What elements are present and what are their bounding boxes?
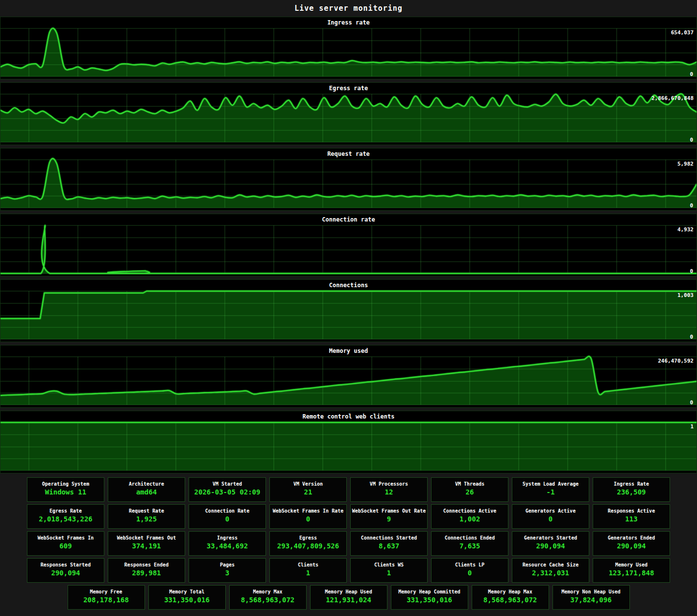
stat-label: Egress <box>270 535 346 541</box>
stat-label: Responses Ended <box>108 562 185 567</box>
stat-tile-vm-threads: VM Threads26 <box>431 477 508 502</box>
stat-label: Clients WS <box>351 562 427 567</box>
stat-value: 293,407,809,526 <box>270 542 346 550</box>
stat-value: 12 <box>351 488 427 496</box>
stat-value: 2026-03-05 02:09 <box>189 488 265 496</box>
chart-panel-request-rate: Request rate5,9820 <box>0 148 697 211</box>
stat-value: 8,637 <box>351 542 427 550</box>
chart-title: Ingress rate <box>0 19 697 26</box>
stat-label: Memory Free <box>68 589 144 594</box>
chart-title: Request rate <box>0 150 697 157</box>
stat-tile-websocket-frames-out: WebSocket Frames Out374,191 <box>108 531 185 556</box>
chart-title: Memory used <box>0 347 697 354</box>
stat-tile-generators-active: Generators Active0 <box>512 504 589 529</box>
stat-tile-websocket-frames-out-rate: WebSocket Frames Out Rate9 <box>350 504 428 529</box>
stat-label: Responses Active <box>593 508 670 514</box>
stat-label: Generators Ended <box>593 535 670 541</box>
stat-tile-resource-cache-size: Resource Cache Size2,312,031 <box>512 558 589 583</box>
stat-value: 331,350,016 <box>391 596 468 604</box>
stat-tile-architecture: Architectureamd64 <box>108 477 185 502</box>
stat-tile-ingress-rate: Ingress Rate236,509 <box>593 477 670 502</box>
y-max-label: 1,003 <box>677 292 694 298</box>
stat-value: 0 <box>270 515 346 523</box>
y-min-label: 0 <box>690 137 693 143</box>
stat-tile-memory-heap-used: Memory Heap Used121,931,024 <box>310 585 387 610</box>
stat-label: Generators Active <box>512 508 589 514</box>
stat-value: 290,094 <box>27 569 104 577</box>
stat-value: 1,925 <box>108 515 185 523</box>
stat-value: Windows 11 <box>27 488 104 496</box>
chart-title: Egress rate <box>0 85 697 92</box>
stats-row-1: Operating SystemWindows 11Architectuream… <box>0 477 697 502</box>
stat-label: Architecture <box>108 481 185 487</box>
stat-label: Pages <box>189 562 265 567</box>
stat-label: Memory Max <box>230 589 306 594</box>
stat-value: 9 <box>351 515 427 523</box>
stat-label: WebSocket Frames Out Rate <box>351 508 427 514</box>
stat-tile-responses-started: Responses Started290,094 <box>27 558 104 583</box>
stat-label: WebSocket Frames In Rate <box>270 508 346 514</box>
stat-label: WebSocket Frames Out <box>108 535 185 541</box>
stat-label: Ingress <box>189 535 265 541</box>
stats-row-4: Responses Started290,094Responses Ended2… <box>0 558 697 583</box>
stat-value: 0 <box>189 515 265 523</box>
stat-tile-ingress: Ingress33,484,692 <box>189 531 266 556</box>
chart-panel-remote-control-web-clients: Remote control web clients1 <box>0 411 697 473</box>
stat-value: 1 <box>270 569 346 577</box>
stat-value: 2,312,031 <box>512 569 589 577</box>
stat-value: 0 <box>512 515 589 523</box>
stat-value: 331,350,016 <box>149 596 225 604</box>
stat-label: VM Processors <box>351 481 427 487</box>
stat-tile-memory-free: Memory Free208,178,168 <box>68 585 145 610</box>
stat-label: Connections Ended <box>432 535 508 541</box>
stat-label: Clients LP <box>432 562 508 567</box>
stat-label: Generators Started <box>512 535 589 541</box>
chart-panel-egress-rate: Egress rate2,866,670,8480 <box>0 82 697 145</box>
stat-label: Connection Rate <box>189 508 265 514</box>
stat-tile-connection-rate: Connection Rate0 <box>189 504 266 529</box>
stat-value: 8,568,963,072 <box>472 596 549 604</box>
stat-value: 21 <box>270 488 346 496</box>
stat-label: VM Started <box>189 481 265 487</box>
series-fill <box>0 159 697 208</box>
stat-value: 33,484,692 <box>189 542 265 550</box>
stat-value: 113 <box>593 515 670 523</box>
y-max-label: 1 <box>690 423 694 430</box>
stat-tile-connections-active: Connections Active1,002 <box>431 504 508 529</box>
stat-value: 1,002 <box>432 515 508 523</box>
stats-row-2: Egress Rate2,018,543,226Request Rate1,92… <box>0 504 697 529</box>
stat-value: 123,171,848 <box>593 569 670 577</box>
stat-tile-system-load-average: System Load Average-1 <box>512 477 589 502</box>
stat-tile-pages: Pages3 <box>189 558 266 583</box>
series-fill <box>0 225 697 273</box>
chart-panel-ingress-rate: Ingress rate654,0370 <box>0 17 697 79</box>
stat-tile-request-rate: Request Rate1,925 <box>108 504 185 529</box>
stat-value: 121,931,024 <box>311 596 387 604</box>
y-min-label: 0 <box>690 399 693 406</box>
chart-canvas-request-rate <box>0 148 697 210</box>
stat-label: Memory Total <box>149 589 225 594</box>
stat-tile-clients-lp: Clients LP0 <box>431 558 508 583</box>
stat-tile-memory-total: Memory Total331,350,016 <box>148 585 226 610</box>
stat-label: Memory Used <box>593 562 670 567</box>
stat-value: 8,568,963,072 <box>230 596 306 604</box>
y-max-label: 246,470,592 <box>658 358 694 364</box>
stat-label: Responses Started <box>27 562 104 567</box>
stat-tile-egress: Egress293,407,809,526 <box>269 531 347 556</box>
stat-value: 236,509 <box>593 488 670 496</box>
stat-value: 37,824,096 <box>553 596 629 604</box>
stat-value: amd64 <box>108 488 185 496</box>
chart-canvas-memory-used <box>0 345 697 407</box>
stat-tile-generators-started: Generators Started290,094 <box>512 531 589 556</box>
page-title: Live server monitoring <box>0 0 697 17</box>
y-max-label: 654,037 <box>671 29 694 36</box>
stat-tile-memory-non-heap-used: Memory Non Heap Used37,824,096 <box>553 585 630 610</box>
stat-label: Memory Heap Max <box>472 589 549 594</box>
y-min-label: 0 <box>690 71 693 77</box>
stat-value: 26 <box>432 488 508 496</box>
stat-tile-clients: Clients1 <box>269 558 347 583</box>
chart-title: Connections <box>0 282 697 289</box>
charts-container: Ingress rate654,0370Egress rate2,866,670… <box>0 17 697 473</box>
chart-canvas-ingress-rate <box>0 17 697 79</box>
stat-value: 7,635 <box>432 542 508 550</box>
